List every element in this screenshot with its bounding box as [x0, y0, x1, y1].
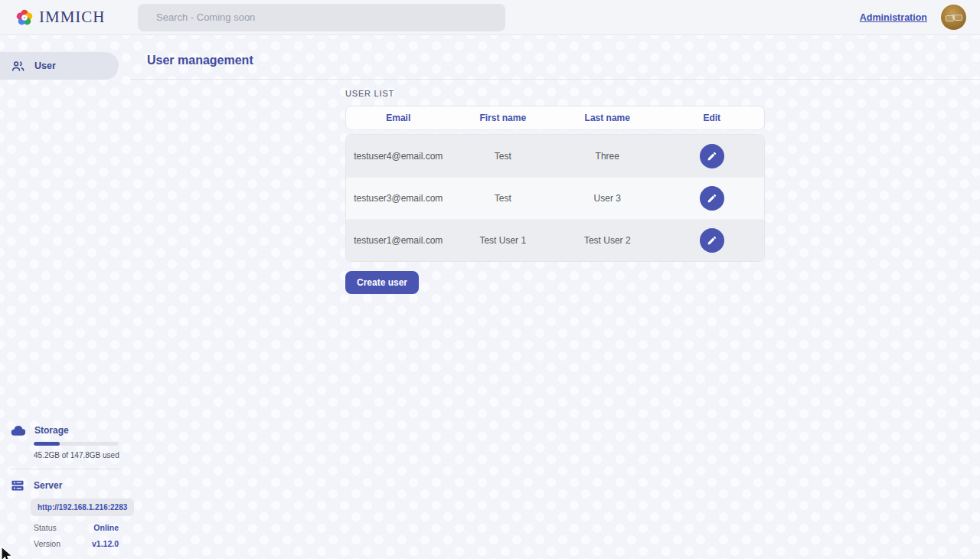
- status-label: Status: [34, 523, 57, 532]
- sidebar-status-panel: Storage 45.2GB of 147.8GB used: [0, 423, 130, 559]
- app-title: IMMICH: [39, 8, 106, 27]
- title-divider: [130, 79, 980, 80]
- cell-email: testuser4@email.com: [346, 151, 451, 162]
- main-panel: User management USER LIST Email First na…: [130, 35, 980, 559]
- pencil-icon: [707, 151, 717, 162]
- version-label: Version: [34, 539, 60, 548]
- user-table-row: testuser4@email.com Test Three: [346, 135, 764, 177]
- pencil-icon: [707, 235, 717, 246]
- server-version-row: Version v1.12.0: [34, 539, 119, 548]
- cell-last-name: User 3: [555, 193, 660, 204]
- people-icon: [11, 59, 25, 74]
- edit-user-button[interactable]: [700, 144, 724, 168]
- server-icon: [11, 479, 24, 492]
- user-table-row: testuser1@email.com Test User 1 Test Use…: [346, 219, 764, 261]
- server-header: Server: [0, 479, 130, 492]
- storage-usage-text: 45.2GB of 147.8GB used: [34, 451, 130, 459]
- administration-link[interactable]: Administration: [860, 12, 927, 23]
- edit-user-button[interactable]: [700, 228, 724, 253]
- top-bar: IMMICH Administration: [0, 0, 980, 35]
- create-user-button[interactable]: Create user: [345, 271, 419, 294]
- user-list-section: USER LIST Email First name Last name Edi…: [345, 89, 765, 294]
- cell-first-name: Test: [451, 151, 556, 162]
- app-shell: User Storage 45.2GB of 147.8GB used: [0, 35, 980, 559]
- pencil-icon: [707, 193, 717, 204]
- admin-sidebar: User Storage 45.2GB of 147.8GB used: [0, 35, 130, 559]
- cell-first-name: Test: [451, 193, 556, 204]
- storage-progress-fill: [34, 442, 60, 446]
- storage-title: Storage: [34, 425, 69, 436]
- column-header-last-name: Last name: [555, 113, 660, 123]
- column-header-edit: Edit: [660, 113, 765, 123]
- status-value: Online: [93, 523, 119, 532]
- cell-email: testuser3@email.com: [346, 193, 451, 204]
- cell-last-name: Three: [555, 151, 660, 162]
- search-input[interactable]: [138, 4, 505, 31]
- page-title: User management: [130, 54, 980, 67]
- edit-user-button[interactable]: [700, 186, 724, 211]
- user-avatar[interactable]: [941, 5, 966, 30]
- cell-first-name: Test User 1: [451, 235, 556, 246]
- sidebar-divider: [11, 469, 119, 469]
- version-value: v1.12.0: [92, 539, 119, 548]
- cell-last-name: Test User 2: [555, 235, 660, 246]
- column-header-first-name: First name: [451, 113, 556, 123]
- user-list-label: USER LIST: [345, 89, 765, 98]
- user-table-row: testuser3@email.com Test User 3: [346, 177, 764, 219]
- storage-progress-bar: [34, 442, 119, 446]
- cloud-icon: [11, 423, 25, 437]
- app-logo[interactable]: IMMICH: [15, 8, 138, 27]
- cell-email: testuser1@email.com: [346, 235, 451, 246]
- column-header-email: Email: [346, 113, 451, 123]
- sidebar-item-user[interactable]: User: [0, 52, 119, 80]
- server-title: Server: [34, 480, 62, 491]
- server-url-badge: http://192.168.1.216:2283: [31, 499, 134, 516]
- user-table-body: testuser4@email.com Test Three testuser3…: [345, 134, 765, 262]
- server-status-row: Status Online: [34, 523, 119, 532]
- immich-flower-icon: [15, 8, 34, 27]
- user-table-header: Email First name Last name Edit: [345, 106, 765, 130]
- storage-header: Storage: [0, 423, 130, 437]
- sidebar-item-label: User: [34, 60, 56, 71]
